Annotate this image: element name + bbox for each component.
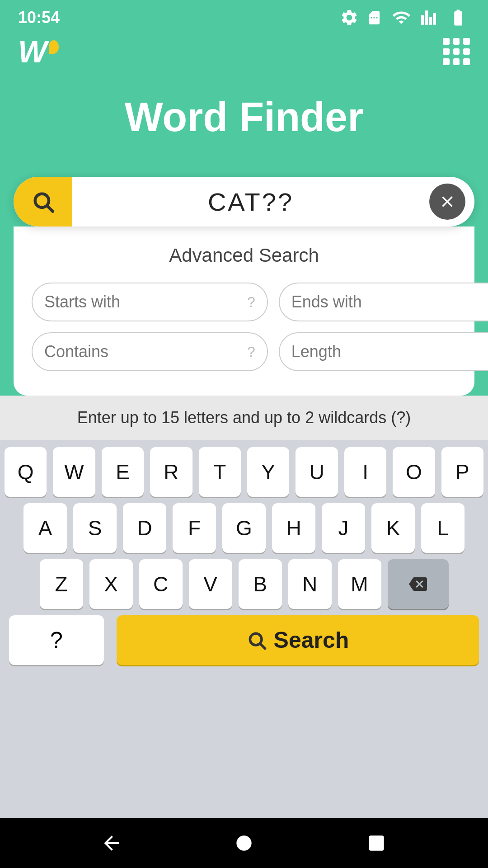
key-e[interactable]: E: [102, 447, 144, 497]
key-t[interactable]: T: [199, 447, 241, 497]
key-v[interactable]: V: [189, 559, 232, 609]
filter-row-1: ? ?: [32, 283, 456, 321]
nav-bar: [0, 818, 488, 868]
length-input[interactable]: [291, 342, 488, 361]
key-m[interactable]: M: [338, 559, 381, 609]
page-title: Word Finder: [18, 94, 470, 141]
keyboard-bottom-row: ? Search: [5, 615, 483, 672]
logo-w: W: [18, 36, 47, 67]
starts-with-input[interactable]: [44, 292, 247, 311]
nav-back-button[interactable]: [100, 832, 123, 854]
key-o[interactable]: O: [393, 447, 435, 497]
contains-help[interactable]: ?: [247, 344, 255, 360]
battery-icon: [446, 8, 470, 27]
key-y[interactable]: Y: [247, 447, 289, 497]
search-icon: [31, 190, 55, 213]
starts-with-input-wrap: ?: [32, 283, 268, 321]
ends-with-input[interactable]: [291, 292, 488, 311]
svg-line-1: [47, 206, 53, 212]
key-d[interactable]: D: [123, 503, 166, 553]
keyboard: Q W E R T Y U I O P A S D F G H J K L Z …: [0, 440, 488, 818]
key-p[interactable]: P: [441, 447, 483, 497]
search-key-icon: [247, 630, 267, 650]
ends-with-input-wrap: ?: [279, 283, 488, 321]
main-search-input[interactable]: [72, 187, 429, 217]
svg-rect-5: [369, 835, 384, 850]
svg-point-4: [236, 835, 251, 850]
search-key[interactable]: Search: [117, 615, 479, 665]
key-a[interactable]: A: [23, 503, 67, 553]
key-j[interactable]: J: [322, 503, 365, 553]
back-icon: [100, 832, 123, 854]
nav-home-button[interactable]: [233, 832, 255, 854]
clear-button[interactable]: [429, 184, 465, 220]
home-icon: [233, 832, 255, 854]
backspace-key[interactable]: [388, 559, 449, 609]
key-h[interactable]: H: [272, 503, 315, 553]
signal-icon: [420, 8, 439, 27]
key-f[interactable]: F: [173, 503, 216, 553]
length-input-wrap: ?: [279, 332, 488, 371]
grid-menu-button[interactable]: [443, 38, 470, 65]
status-icons: [340, 8, 470, 27]
key-c[interactable]: C: [139, 559, 183, 609]
keyboard-row-2: A S D F G H J K L: [5, 503, 483, 553]
status-bar: 10:54: [0, 0, 488, 32]
recent-icon: [365, 832, 388, 854]
contains-input[interactable]: [44, 342, 247, 361]
wildcard-key[interactable]: ?: [9, 615, 104, 665]
app-logo: W: [18, 36, 59, 67]
key-q[interactable]: Q: [5, 447, 47, 497]
key-u[interactable]: U: [296, 447, 338, 497]
search-bar: [14, 177, 474, 226]
key-l[interactable]: L: [421, 503, 465, 553]
key-g[interactable]: G: [222, 503, 266, 553]
key-x[interactable]: X: [89, 559, 133, 609]
advanced-search-title: Advanced Search: [32, 245, 456, 266]
starts-with-help[interactable]: ?: [247, 294, 255, 311]
key-r[interactable]: R: [150, 447, 192, 497]
search-button[interactable]: [14, 177, 72, 226]
key-i[interactable]: I: [344, 447, 386, 497]
wifi-icon: [389, 8, 413, 27]
filter-row-2: ? ?: [32, 332, 456, 371]
key-w[interactable]: W: [53, 447, 95, 497]
hint-text: Enter up to 15 letters and up to 2 wildc…: [77, 408, 411, 427]
svg-line-3: [260, 644, 265, 648]
hint-bar: Enter up to 15 letters and up to 2 wildc…: [0, 396, 488, 440]
sd-card-icon: [366, 8, 382, 27]
close-icon: [438, 193, 456, 211]
search-key-label: Search: [274, 627, 349, 653]
contains-input-wrap: ?: [32, 332, 268, 371]
keyboard-row-3: Z X C V B N M: [5, 559, 483, 609]
top-bar: W: [0, 32, 488, 76]
key-s[interactable]: S: [73, 503, 117, 553]
backspace-icon: [406, 575, 430, 593]
status-time: 10:54: [18, 8, 60, 27]
key-b[interactable]: B: [239, 559, 282, 609]
advanced-search-panel: Advanced Search ? ? ? ?: [14, 226, 474, 396]
title-area: Word Finder: [0, 76, 488, 177]
nav-recent-button[interactable]: [365, 832, 388, 854]
key-n[interactable]: N: [288, 559, 332, 609]
key-z[interactable]: Z: [40, 559, 83, 609]
key-k[interactable]: K: [371, 503, 415, 553]
settings-icon: [340, 8, 359, 27]
logo-dot: [49, 40, 59, 54]
keyboard-row-1: Q W E R T Y U I O P: [5, 447, 483, 497]
